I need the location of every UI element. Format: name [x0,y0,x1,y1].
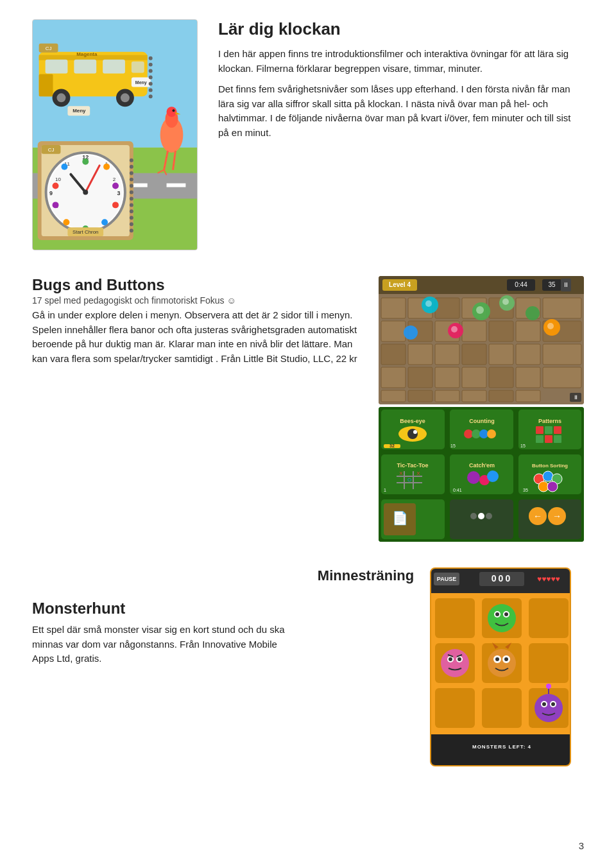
svg-rect-246 [431,734,571,766]
svg-point-64 [130,165,133,169]
svg-text:1: 1 [384,488,386,492]
monster-screenshot-area: PAUSE 000 ♥♥♥♥♥ [430,567,584,766]
svg-point-21 [167,107,177,117]
svg-text:Meny: Meny [135,80,147,85]
svg-point-81 [149,94,153,98]
svg-rect-125 [408,390,432,402]
svg-rect-114 [489,344,513,365]
svg-point-131 [476,306,484,314]
bugs-subtitle: 17 spel med pedagogiskt och finmotoriskt… [32,295,359,306]
svg-text:15: 15 [450,444,456,448]
svg-rect-11 [103,60,125,74]
svg-point-79 [149,82,153,85]
svg-rect-236 [435,688,475,728]
svg-point-48 [112,183,119,189]
svg-rect-119 [435,367,459,388]
svg-point-50 [101,219,108,225]
svg-point-243 [551,702,555,706]
svg-text:35: 35 [548,281,556,288]
svg-rect-107 [489,321,513,341]
bugs-game-svg: Level 4 0:44 35 ⏸ [379,276,584,404]
bugs-para-1: Gå in under explore delen i menyn. Obser… [32,308,359,366]
svg-point-217 [504,612,508,616]
monster-title: Monsterhunt [32,600,289,618]
svg-rect-115 [516,344,540,365]
svg-point-52 [63,219,69,225]
svg-rect-113 [462,344,486,365]
svg-rect-172 [554,435,561,443]
svg-rect-110 [381,344,406,365]
clock-title: Lär dig klockan [218,19,584,39]
svg-point-232 [504,657,508,661]
svg-text:MONSTERS LEFT: 4: MONSTERS LEFT: 4 [472,744,531,750]
clock-section-text: Lär dig klockan I den här appen finns tr… [218,19,584,250]
svg-point-215 [495,612,499,616]
svg-text:0:41: 0:41 [453,488,462,492]
svg-text:Button Sorting: Button Sorting [532,463,568,469]
svg-text:→: → [552,511,561,521]
svg-point-47 [103,164,110,170]
svg-point-162 [472,429,481,438]
svg-point-193 [547,481,558,492]
minnes-title: Minnesträning [318,567,414,584]
svg-point-220 [441,649,469,677]
bugs-text-area: Bugs and Buttons 17 spel med pedagogiskt… [32,276,359,372]
svg-rect-168 [545,426,552,434]
svg-point-190 [543,471,553,481]
bugs-game-top-screenshot: Level 4 0:44 35 ⏸ [379,276,584,404]
section-bottom: Monsterhunt Ett spel där små monster vis… [32,567,584,766]
svg-point-199 [486,513,492,519]
svg-point-73 [130,222,133,226]
svg-rect-127 [462,390,486,402]
svg-rect-111 [408,344,432,365]
svg-rect-96 [381,298,406,318]
svg-text:9: 9 [49,190,53,196]
section-bugs: Bugs and Buttons 17 spel med pedagogiskt… [32,276,584,542]
svg-point-239 [535,694,563,722]
svg-point-55 [61,164,67,170]
clock-para-1: I den här appen finns tre introduktionsf… [218,47,584,76]
svg-point-140 [451,326,458,333]
svg-text:Magenta: Magenta [76,51,98,57]
clock-scene-svg: Magenta Meny [32,20,198,250]
svg-text:32: 32 [389,444,395,448]
svg-point-198 [478,513,484,519]
svg-point-78 [149,76,153,80]
svg-point-77 [149,69,153,73]
svg-rect-6 [167,184,186,187]
page-number: 3 [579,840,584,851]
svg-text:⏸: ⏸ [563,281,569,288]
minnes-header-area: Minnesträning [302,567,430,603]
clock-description: I den här appen finns tre introduktionsf… [218,47,584,140]
svg-rect-9 [46,60,68,74]
svg-rect-10 [74,60,96,74]
svg-text:⏸: ⏸ [573,394,579,401]
svg-rect-235 [529,643,569,683]
svg-point-184 [467,471,480,484]
svg-text:Bees-eye: Bees-eye [400,418,425,424]
bugs-title: Bugs and Buttons [32,276,359,294]
svg-text:Counting: Counting [469,418,495,424]
svg-point-213 [488,604,516,632]
svg-point-245 [546,684,551,689]
svg-text:000: 000 [492,573,512,583]
svg-text:X: X [399,471,403,476]
bugs-screenshots: Level 4 0:44 35 ⏸ [379,276,584,542]
svg-point-46 [82,159,89,165]
svg-rect-129 [516,390,540,402]
svg-point-134 [526,306,540,320]
svg-point-75 [149,56,153,60]
svg-point-241 [542,702,546,706]
svg-rect-169 [554,426,561,434]
svg-rect-218 [529,598,569,638]
svg-point-230 [495,657,499,661]
svg-rect-108 [516,321,540,341]
svg-text:O: O [407,477,411,483]
svg-text:PAUSE: PAUSE [437,576,456,582]
svg-rect-116 [543,344,581,365]
svg-point-138 [547,323,554,329]
svg-rect-98 [435,298,459,318]
svg-point-70 [130,203,133,207]
svg-rect-103 [381,321,406,341]
svg-rect-102 [543,298,581,318]
